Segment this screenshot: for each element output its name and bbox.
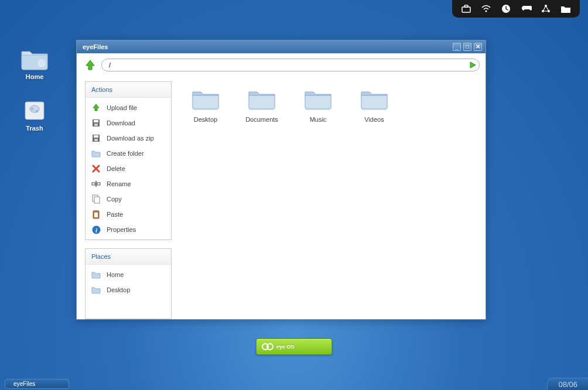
svg-point-7 [37,59,46,67]
action-label: Properties [107,226,136,233]
action-label: Download [107,119,135,126]
start-launcher[interactable]: eye OS [256,338,332,355]
minimize-button[interactable]: _ [453,43,461,51]
folder-icon [91,270,101,279]
svg-rect-14 [94,139,98,141]
save-icon [91,134,101,143]
svg-rect-1 [464,5,468,7]
action-properties[interactable]: iProperties [86,222,171,237]
action-copy[interactable]: Copy [86,191,171,207]
up-arrow-icon[interactable] [84,59,97,71]
action-label: Upload file [107,104,137,111]
svg-rect-10 [94,120,98,122]
briefcase-icon[interactable] [460,4,472,14]
folder-icon [248,87,276,112]
folder-label: Music [310,115,327,124]
action-label: Create folder [107,150,144,157]
launcher-label: eye OS [276,344,295,350]
svg-rect-15 [92,183,95,185]
folder-icon [360,87,388,112]
action-label: Rename [107,180,131,187]
taskbar: eyeFiles [0,377,588,390]
share-icon[interactable] [540,4,552,14]
clock-icon[interactable] [500,4,512,14]
places-panel: Places HomeDesktop [85,248,172,319]
file-manager-window: eyeFiles _ □ ✕ Actions Upload fileDownlo… [76,40,486,320]
action-delete[interactable]: Delete [86,161,171,176]
system-tray [452,0,580,18]
folder-icon [192,87,220,112]
window-controls: _ □ ✕ [453,43,482,51]
action-paste[interactable]: Paste [86,207,171,222]
window-title: eyeFiles [83,43,453,50]
folder-label: Videos [364,115,384,124]
upload-icon [91,103,101,112]
folder-music[interactable]: Music [296,87,340,124]
path-input[interactable] [101,59,480,71]
folder-icon [91,149,101,158]
places-header: Places [86,249,171,265]
place-desktop[interactable]: Desktop [86,282,171,297]
delete-icon [91,164,101,173]
place-label: Desktop [107,286,130,293]
save-icon [91,118,101,128]
path-bar [77,53,486,77]
folder-videos[interactable]: Videos [352,87,396,124]
action-download[interactable]: Download [86,115,171,131]
rename-icon [91,179,101,189]
gamepad-icon[interactable] [520,4,532,14]
sidebar: Actions Upload fileDownloadDownload as z… [77,77,177,319]
folder-documents[interactable]: Documents [240,87,284,124]
folder-label: Documents [245,115,278,124]
folder-view[interactable]: DesktopDocumentsMusicVideos [177,77,486,319]
action-download-as-zip[interactable]: Download as zip [86,131,171,146]
action-label: Copy [107,196,122,203]
svg-point-2 [486,11,487,12]
desktop-icon-trash[interactable]: Trash [14,98,55,132]
wifi-icon[interactable] [480,4,492,14]
clock[interactable]: 08/06 [547,378,588,390]
folder-icon [91,285,101,295]
actions-header: Actions [86,82,171,98]
paste-icon [91,210,101,219]
action-create-folder[interactable]: Create folder [86,146,171,161]
close-button[interactable]: ✕ [474,43,482,51]
action-rename[interactable]: Rename [86,176,171,191]
action-label: Paste [107,211,123,218]
taskbar-button[interactable]: eyeFiles [5,379,69,389]
action-upload-file[interactable]: Upload file [86,100,171,115]
svg-rect-16 [97,183,100,185]
copy-icon [91,194,101,204]
svg-rect-19 [94,197,100,203]
desktop-icon-label: Trash [26,125,43,132]
action-label: Delete [107,165,125,172]
desktop-icon-home[interactable]: Home [14,47,55,80]
folder-icon [304,87,332,112]
desktop-icon-label: Home [26,73,44,80]
folder-desktop[interactable]: Desktop [183,87,228,124]
svg-rect-0 [462,7,470,12]
svg-rect-13 [94,135,98,138]
action-label: Download as zip [107,135,154,142]
actions-panel: Actions Upload fileDownloadDownload as z… [85,81,172,240]
titlebar[interactable]: eyeFiles _ □ ✕ [77,40,486,53]
maximize-button[interactable]: □ [463,43,471,51]
svg-rect-21 [94,210,98,212]
info-icon: i [91,225,101,234]
place-home[interactable]: Home [86,267,171,282]
place-label: Home [107,271,124,278]
svg-rect-11 [94,124,98,126]
svg-rect-22 [94,213,98,217]
go-button-icon[interactable] [467,59,478,71]
folder-label: Desktop [194,115,217,124]
folder-tray-icon[interactable] [560,4,572,14]
